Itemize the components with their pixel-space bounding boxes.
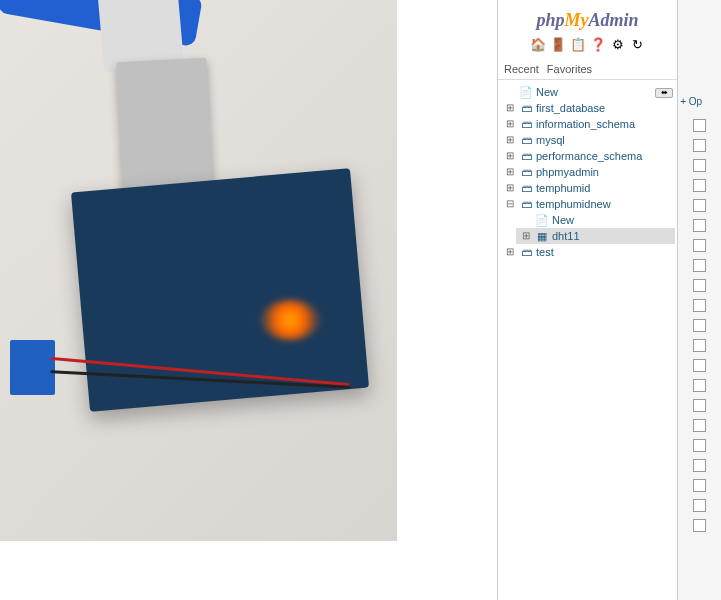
- logo-my: My: [565, 10, 589, 30]
- query-icon[interactable]: 📋: [570, 37, 586, 53]
- checkbox[interactable]: [693, 399, 706, 412]
- database-icon: 🗃: [519, 133, 533, 147]
- docs-icon[interactable]: ❓: [590, 37, 606, 53]
- database-icon: 🗃: [519, 245, 533, 259]
- pma-tabs: Recent Favorites: [498, 59, 677, 80]
- new-icon: 📄: [519, 85, 533, 99]
- tree-item-label: information_schema: [536, 118, 635, 130]
- checkbox[interactable]: [693, 319, 706, 332]
- tree-db-performance_schema[interactable]: ⊞ 🗃 performance_schema: [500, 148, 675, 164]
- checkbox[interactable]: [693, 339, 706, 352]
- right-strip: + Op: [677, 0, 721, 600]
- tree-item-label: temphumidnew: [536, 198, 611, 210]
- dht11-sensor: [10, 340, 55, 395]
- database-icon: 🗃: [519, 181, 533, 195]
- expand-icon[interactable]: ⊞: [504, 118, 516, 130]
- tree-db-temphumidnew[interactable]: ⊟ 🗃 temphumidnew: [500, 196, 675, 212]
- checkbox[interactable]: [693, 179, 706, 192]
- reload-icon[interactable]: ↻: [630, 37, 646, 53]
- checkbox[interactable]: [693, 159, 706, 172]
- tree-item-label: mysql: [536, 134, 565, 146]
- tree-new[interactable]: 📄 New: [500, 84, 675, 100]
- checkbox[interactable]: [693, 419, 706, 432]
- spacer: [397, 0, 497, 600]
- database-icon: 🗃: [519, 149, 533, 163]
- database-icon: 🗃: [519, 101, 533, 115]
- collapse-icon[interactable]: ⊟: [504, 198, 516, 210]
- database-icon: 🗃: [519, 197, 533, 211]
- checkbox[interactable]: [693, 479, 706, 492]
- logout-icon[interactable]: 🚪: [550, 37, 566, 53]
- pma-logo[interactable]: phpMyAdmin: [498, 0, 677, 35]
- table-icon: ▦: [535, 229, 549, 243]
- new-icon: 📄: [535, 213, 549, 227]
- pma-toolbar: 🏠 🚪 📋 ❓ ⚙ ↻: [498, 35, 677, 59]
- hardware-photo: [0, 0, 397, 541]
- led-glow: [260, 300, 320, 340]
- logo-php: php: [537, 10, 565, 30]
- expand-icon[interactable]: ⊞: [504, 150, 516, 162]
- jumper-wires: [50, 370, 390, 470]
- tree-item-label: dht11: [552, 230, 580, 242]
- tree-children-temphumidnew: 📄 New ⊞ ▦ dht11: [500, 212, 675, 244]
- tree-db-phpmyadmin[interactable]: ⊞ 🗃 phpmyadmin: [500, 164, 675, 180]
- tree-table-dht11[interactable]: ⊞ ▦ dht11: [516, 228, 675, 244]
- settings-icon[interactable]: ⚙: [610, 37, 626, 53]
- checkbox[interactable]: [693, 279, 706, 292]
- spacer-icon: [504, 86, 516, 98]
- checkbox[interactable]: [693, 379, 706, 392]
- checkbox[interactable]: [693, 259, 706, 272]
- spacer-icon: [520, 214, 532, 226]
- checkbox-stack: [693, 116, 706, 532]
- checkbox[interactable]: [693, 219, 706, 232]
- options-link[interactable]: + Op: [680, 96, 720, 107]
- tree-db-information_schema[interactable]: ⊞ 🗃 information_schema: [500, 116, 675, 132]
- tree-item-label: New: [536, 86, 558, 98]
- tree-db-test[interactable]: ⊞ 🗃 test: [500, 244, 675, 260]
- tree-item-label: test: [536, 246, 554, 258]
- database-icon: 🗃: [519, 165, 533, 179]
- database-tree: 📄 New ⊞ 🗃 first_database ⊞ 🗃 information…: [498, 80, 677, 264]
- expand-icon[interactable]: ⊞: [504, 182, 516, 194]
- checkbox[interactable]: [693, 199, 706, 212]
- logo-admin: Admin: [589, 10, 639, 30]
- expand-icon[interactable]: ⊞: [504, 134, 516, 146]
- tree-new-table[interactable]: 📄 New: [516, 212, 675, 228]
- tree-item-label: first_database: [536, 102, 605, 114]
- tree-db-first_database[interactable]: ⊞ 🗃 first_database: [500, 100, 675, 116]
- tree-item-label: temphumid: [536, 182, 590, 194]
- expand-icon[interactable]: ⊞: [504, 166, 516, 178]
- checkbox[interactable]: [693, 299, 706, 312]
- phpmyadmin-panel: phpMyAdmin 🏠 🚪 📋 ❓ ⚙ ↻ Recent Favorites …: [497, 0, 721, 600]
- expand-icon[interactable]: ⊞: [504, 246, 516, 258]
- checkbox[interactable]: [693, 119, 706, 132]
- tree-item-label: phpmyadmin: [536, 166, 599, 178]
- collapse-icon[interactable]: ⬌: [655, 88, 673, 98]
- tree-db-temphumid[interactable]: ⊞ 🗃 temphumid: [500, 180, 675, 196]
- checkbox[interactable]: [693, 359, 706, 372]
- expand-icon[interactable]: ⊞: [520, 230, 532, 242]
- tab-recent[interactable]: Recent: [504, 61, 539, 77]
- expand-icon[interactable]: ⊞: [504, 102, 516, 114]
- pma-sidebar: phpMyAdmin 🏠 🚪 📋 ❓ ⚙ ↻ Recent Favorites …: [498, 0, 677, 600]
- checkbox[interactable]: [693, 519, 706, 532]
- checkbox[interactable]: [693, 459, 706, 472]
- tree-db-mysql[interactable]: ⊞ 🗃 mysql: [500, 132, 675, 148]
- checkbox[interactable]: [693, 499, 706, 512]
- home-icon[interactable]: 🏠: [530, 37, 546, 53]
- tree-item-label: performance_schema: [536, 150, 642, 162]
- checkbox[interactable]: [693, 139, 706, 152]
- tab-favorites[interactable]: Favorites: [547, 61, 592, 77]
- tree-item-label: New: [552, 214, 574, 226]
- database-icon: 🗃: [519, 117, 533, 131]
- checkbox[interactable]: [693, 239, 706, 252]
- checkbox[interactable]: [693, 439, 706, 452]
